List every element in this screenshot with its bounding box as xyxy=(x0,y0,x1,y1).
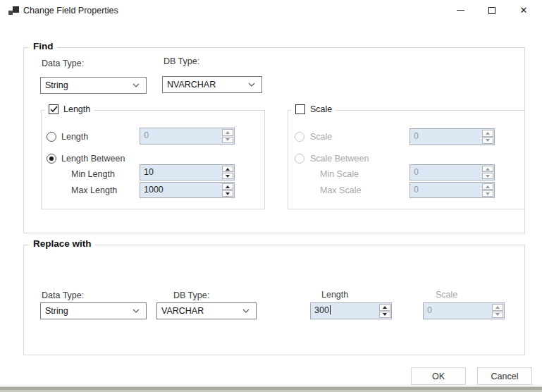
arrow-up-icon xyxy=(486,132,490,135)
replace-db-type-label: DB Type: xyxy=(173,290,209,300)
checkmark-icon xyxy=(50,106,58,113)
length-between-radio[interactable] xyxy=(47,154,56,164)
scale-checkbox[interactable] xyxy=(295,104,305,114)
chevron-down-icon xyxy=(133,83,140,87)
max-length-label: Max Length xyxy=(71,185,117,195)
spin-down-button xyxy=(222,137,233,144)
spin-up-button xyxy=(492,304,503,311)
spin-up-button[interactable] xyxy=(222,166,233,172)
close-icon: ✕ xyxy=(520,6,528,15)
spin-up-button xyxy=(482,130,493,137)
maximize-icon xyxy=(488,7,495,14)
arrow-up-icon xyxy=(383,306,387,309)
spin-down-button xyxy=(482,173,493,179)
length-radio[interactable] xyxy=(47,132,56,142)
chevron-down-icon xyxy=(242,309,250,313)
arrow-down-icon xyxy=(226,192,230,195)
arrow-down-icon xyxy=(486,175,490,178)
scale-radio-label: Scale xyxy=(310,132,332,142)
replace-length-label: Length xyxy=(321,290,348,300)
chevron-down-icon xyxy=(248,82,255,87)
change-field-properties-dialog: Change Field Properties ✕ Find Data Type… xyxy=(0,0,542,392)
scale-spinner: 0 xyxy=(409,128,495,145)
arrow-up-icon xyxy=(226,131,230,134)
spin-down-button[interactable] xyxy=(222,173,233,179)
arrow-up-icon xyxy=(495,306,500,309)
min-scale-spinner: 0 xyxy=(409,164,495,180)
max-length-spinner[interactable]: 1000 xyxy=(140,182,235,198)
replace-length-spinner[interactable]: 300 xyxy=(310,302,392,319)
spin-up-button xyxy=(222,129,233,136)
replace-with-group: Replace with Data Type: String DB Type: … xyxy=(23,245,525,355)
spin-down-button xyxy=(482,190,493,197)
close-button[interactable]: ✕ xyxy=(511,1,536,20)
find-db-type-combobox[interactable]: NVARCHAR xyxy=(162,76,262,93)
scale-checkbox-label: Scale xyxy=(310,104,332,114)
length-checkbox-label: Length xyxy=(63,104,90,114)
titlebar: Change Field Properties ✕ xyxy=(0,0,542,21)
window-title: Change Field Properties xyxy=(23,6,118,16)
length-spinner: 0 xyxy=(140,128,235,145)
replace-with-legend: Replace with xyxy=(30,238,95,249)
spin-up-button[interactable] xyxy=(379,304,390,311)
text-caret xyxy=(330,305,331,314)
scale-group-caption: Scale xyxy=(292,104,335,114)
length-radio-label: Length xyxy=(61,132,88,142)
minimize-icon xyxy=(457,10,464,11)
replace-data-type-label: Data Type: xyxy=(42,290,84,300)
chevron-down-icon xyxy=(133,309,140,313)
arrow-up-icon xyxy=(226,185,230,188)
spin-down-button[interactable] xyxy=(379,312,390,319)
spin-up-button xyxy=(482,166,493,172)
length-between-radio-label: Length Between xyxy=(61,154,125,164)
arrow-down-icon xyxy=(495,313,500,316)
replace-db-type-combobox[interactable]: VARCHAR xyxy=(156,302,257,319)
arrow-down-icon xyxy=(226,138,230,141)
app-icon xyxy=(8,6,19,16)
arrow-up-icon xyxy=(486,168,490,171)
find-db-type-label: DB Type: xyxy=(164,56,199,66)
min-length-spinner[interactable]: 10 xyxy=(140,164,235,180)
bottom-edge-strip xyxy=(0,386,542,392)
arrow-up-icon xyxy=(226,168,230,171)
min-scale-label: Min Scale xyxy=(320,169,359,179)
minimize-button[interactable] xyxy=(448,1,473,20)
find-data-type-label: Data Type: xyxy=(42,59,84,68)
ok-button[interactable]: OK xyxy=(411,367,466,385)
find-group: Find Data Type: String DB Type: NVARCHAR… xyxy=(23,47,525,233)
arrow-down-icon xyxy=(486,192,490,195)
length-group: Length Length 0 Length Between Min Lengt… xyxy=(41,110,265,209)
max-scale-label: Max Scale xyxy=(320,185,361,195)
arrow-down-icon xyxy=(383,313,387,316)
spin-down-button xyxy=(482,137,493,145)
min-length-label: Min Length xyxy=(71,169,115,179)
scale-group: Scale Scale 0 Scale Between Min Scale 0 xyxy=(288,110,525,209)
scale-radio xyxy=(295,132,304,142)
cancel-button[interactable]: Cancel xyxy=(477,367,532,385)
maximize-button[interactable] xyxy=(479,1,505,20)
scale-between-radio xyxy=(295,154,304,164)
find-data-type-combobox[interactable]: String xyxy=(40,77,147,94)
spin-down-button[interactable] xyxy=(222,190,233,197)
arrow-up-icon xyxy=(486,185,490,188)
spin-up-button xyxy=(482,183,493,190)
arrow-down-icon xyxy=(226,175,230,178)
replace-scale-label: Scale xyxy=(436,290,457,300)
spin-up-button[interactable] xyxy=(222,183,233,190)
spin-down-button xyxy=(492,312,503,319)
max-scale-spinner: 0 xyxy=(409,182,495,198)
arrow-down-icon xyxy=(486,139,490,142)
replace-scale-spinner: 0 xyxy=(423,302,505,319)
length-group-caption: Length xyxy=(45,104,94,114)
replace-data-type-combobox[interactable]: String xyxy=(40,302,147,319)
length-checkbox[interactable] xyxy=(49,104,58,114)
find-group-legend: Find xyxy=(30,41,57,51)
scale-between-radio-label: Scale Between xyxy=(310,154,369,164)
